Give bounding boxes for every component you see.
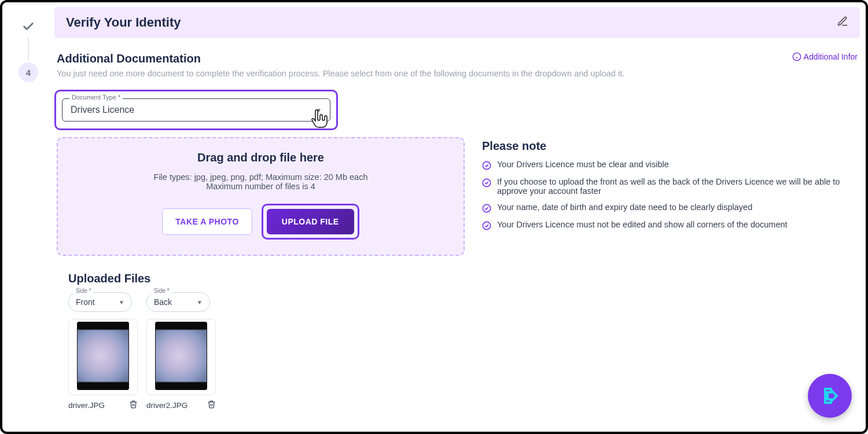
side-select-value: Back [154, 297, 172, 307]
note-item: If you choose to upload the front as wel… [482, 177, 860, 196]
edit-icon[interactable] [837, 16, 848, 30]
note-text: If you choose to upload the front as wel… [497, 177, 860, 196]
document-type-highlight: Document Type * Drivers Licence ▼ [54, 90, 338, 130]
notes-title: Please note [482, 139, 860, 153]
document-type-select[interactable]: Document Type * Drivers Licence ▼ [62, 98, 330, 122]
page-title: Verify Your Identity [66, 15, 181, 30]
document-type-label: Document Type * [69, 94, 123, 101]
side-select[interactable]: Back ▼ [146, 292, 210, 312]
uploaded-file: Side * Back ▼ driver2.JPG [146, 292, 207, 411]
uploaded-file: Side * Front ▼ driver.JPG [68, 292, 129, 411]
notes-panel: Please note Your Drivers Licence must be… [476, 137, 860, 256]
section-title: Additional Documentation [57, 52, 624, 65]
note-item: Your Drivers Licence must be clear and v… [482, 160, 860, 170]
uploaded-files-title: Uploaded Files [68, 272, 860, 285]
file-name: driver2.JPG [146, 401, 187, 410]
dropzone-maxfiles: Maximum number of files is 4 [69, 182, 452, 191]
additional-info-link[interactable]: Additional Infor [792, 52, 858, 61]
chevron-down-icon: ▼ [316, 107, 322, 113]
file-dropzone[interactable]: Drag and drop file here File types: jpg,… [57, 137, 465, 256]
file-thumbnail-card[interactable] [146, 319, 216, 395]
chevron-down-icon: ▼ [197, 299, 203, 306]
note-text: Your name, date of birth and expiry date… [497, 203, 752, 212]
note-item: Your Drivers Licence must not be edited … [482, 220, 860, 230]
file-thumbnail [77, 322, 129, 390]
section-description: You just need one more document to compl… [57, 69, 624, 78]
dropzone-title: Drag and drop file here [69, 151, 452, 164]
upload-file-highlight: UPLOAD FILE [262, 204, 359, 240]
side-select-label: Side * [152, 288, 171, 294]
step-connector [28, 37, 29, 60]
dropzone-filetypes: File types: jpg, jpeg, png, pdf; Maximum… [69, 172, 452, 182]
upload-file-button[interactable]: UPLOAD FILE [267, 209, 354, 234]
file-thumbnail-card[interactable] [68, 319, 138, 395]
help-fab[interactable] [808, 374, 852, 418]
note-text: Your Drivers Licence must not be edited … [497, 220, 788, 229]
step-number-badge: 4 [19, 62, 38, 82]
file-thumbnail [155, 322, 207, 390]
side-select[interactable]: Front ▼ [68, 292, 132, 312]
chevron-down-icon: ▼ [119, 299, 124, 306]
step-complete-icon [20, 19, 36, 35]
logo-icon [817, 383, 843, 409]
note-item: Your name, date of birth and expiry date… [482, 203, 860, 213]
header-bar: Verify Your Identity [54, 7, 860, 38]
note-text: Your Drivers Licence must be clear and v… [497, 160, 669, 169]
file-name: driver.JPG [68, 401, 105, 410]
take-photo-button[interactable]: TAKE A PHOTO [162, 208, 252, 235]
additional-info-label: Additional Infor [804, 52, 858, 61]
side-select-label: Side * [74, 288, 93, 294]
side-select-value: Front [76, 297, 95, 307]
delete-icon[interactable] [129, 400, 138, 411]
delete-icon[interactable] [207, 400, 216, 411]
document-type-value: Drivers Licence [71, 105, 134, 115]
